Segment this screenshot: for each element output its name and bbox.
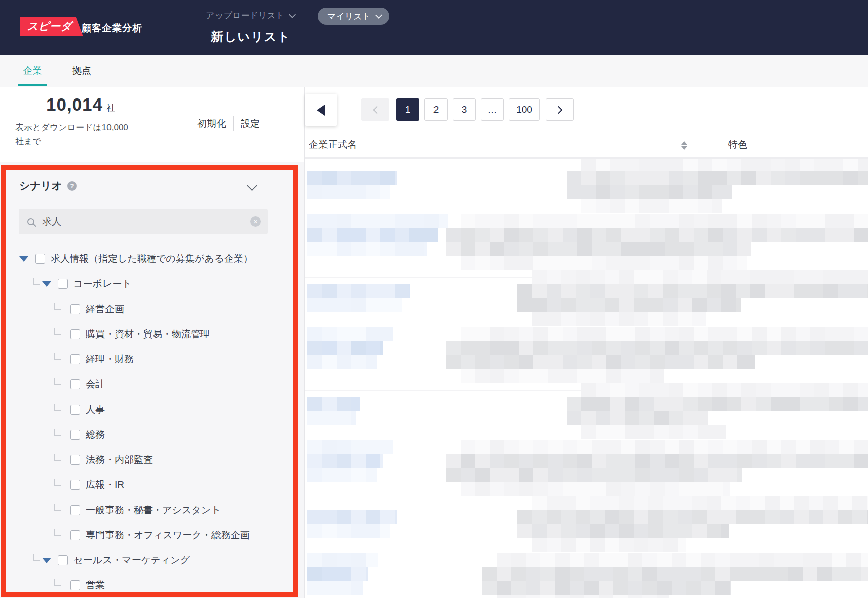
- redacted-pixel-block: [715, 567, 730, 581]
- redacted-pixel-block: [628, 553, 642, 567]
- redacted-pixel-block: [814, 171, 829, 185]
- tree-item-label[interactable]: 経理・財務: [86, 353, 134, 366]
- redacted-pixel-block: [619, 284, 634, 298]
- tree-item-label[interactable]: 広報・IR: [86, 478, 124, 491]
- tree-item-label[interactable]: 購買・資材・貿易・物流管理: [86, 328, 210, 341]
- reset-button[interactable]: 初期化: [193, 116, 231, 132]
- redacted-pixel-block: [665, 468, 679, 482]
- redacted-pixel-block: [337, 327, 351, 341]
- tree-item-label[interactable]: 営業: [86, 579, 105, 592]
- redacted-pixel-block: [366, 524, 380, 538]
- tree-item-label[interactable]: 専門事務・オフィスワーク・総務企画: [86, 529, 250, 542]
- redacted-pixel-block: [635, 327, 650, 341]
- checkbox[interactable]: [70, 505, 80, 515]
- redacted-pixel-block: [307, 298, 322, 312]
- tab-locations[interactable]: 拠点: [70, 55, 93, 87]
- tree-item-label[interactable]: 求人情報（指定した職種での募集がある企業）: [51, 252, 253, 265]
- redacted-pixel-block: [727, 171, 741, 185]
- checkbox[interactable]: [70, 379, 80, 389]
- redacted-pixel-block: [395, 242, 409, 256]
- redacted-pixel-block: [547, 496, 561, 510]
- tree-item-label[interactable]: 一般事務・秘書・アシスタント: [86, 504, 221, 517]
- redacted-pixel-block: [741, 171, 756, 185]
- tree-item-label[interactable]: 経営企画: [86, 303, 124, 316]
- logo-text: スピーダ: [27, 19, 72, 33]
- redacted-pixel-block: [846, 567, 861, 581]
- speeda-logo[interactable]: スピーダ: [20, 17, 83, 36]
- expand-collapse-icon[interactable]: [42, 281, 51, 287]
- redacted-pixel-block: [701, 553, 715, 567]
- expand-collapse-icon[interactable]: [19, 256, 28, 262]
- redacted-pixel-block: [708, 440, 723, 454]
- tree-item-label[interactable]: セールス・マーケティング: [73, 554, 190, 567]
- pagination-page-2[interactable]: 2: [424, 98, 448, 121]
- checkbox[interactable]: [70, 580, 80, 590]
- column-header-company-name[interactable]: 企業正式名: [309, 138, 357, 151]
- tree-item-label[interactable]: コーポレート: [73, 277, 132, 290]
- redacted-pixel-block: [650, 242, 665, 256]
- checkbox[interactable]: [70, 530, 80, 540]
- pagination-next-button[interactable]: [546, 98, 574, 121]
- redacted-pixel-block: [634, 312, 648, 326]
- checkbox[interactable]: [70, 329, 80, 339]
- redacted-pixel-block: [424, 242, 427, 256]
- checkbox[interactable]: [35, 254, 45, 264]
- pagination-page-100[interactable]: 100: [509, 98, 540, 121]
- tree-item-label[interactable]: 会計: [86, 378, 105, 391]
- redacted-pixel-block: [838, 496, 852, 510]
- pagination-ellipsis-button[interactable]: …: [481, 98, 504, 121]
- checkbox[interactable]: [70, 304, 80, 314]
- redacted-pixel-block: [737, 214, 752, 228]
- redacted-pixel-block: [771, 171, 785, 185]
- checkbox[interactable]: [70, 354, 80, 364]
- redacted-pixel-block: [780, 270, 794, 284]
- tree-item-label[interactable]: 人事: [86, 403, 105, 416]
- help-icon[interactable]: ?: [67, 181, 77, 191]
- checkbox[interactable]: [70, 455, 80, 465]
- checkbox[interactable]: [70, 430, 80, 440]
- pagination-page-3[interactable]: 3: [453, 98, 476, 121]
- sort-icon[interactable]: [681, 141, 687, 150]
- triangle-left-icon: [317, 105, 325, 116]
- redacted-pixel-block: [461, 468, 475, 482]
- redacted-pixel-block: [504, 214, 519, 228]
- settings-button[interactable]: 設定: [236, 116, 264, 132]
- redacted-pixel-block: [576, 284, 590, 298]
- redacted-pixel-block: [307, 214, 322, 228]
- mylist-dropdown[interactable]: マイリスト: [318, 8, 389, 25]
- redacted-pixel-block: [548, 341, 563, 355]
- expand-collapse-icon[interactable]: [42, 558, 51, 563]
- redacted-pixel-block: [351, 355, 366, 369]
- redacted-pixel-block: [683, 425, 698, 439]
- redacted-pixel-block: [322, 171, 337, 185]
- redacted-pixel-block: [715, 581, 730, 595]
- redacted-pixel-block: [561, 298, 576, 312]
- clear-search-icon[interactable]: ×: [250, 216, 261, 227]
- checkbox[interactable]: [70, 405, 80, 415]
- tab-companies[interactable]: 企業: [18, 55, 47, 87]
- checkbox[interactable]: [58, 279, 68, 289]
- redacted-pixel-block: [351, 298, 366, 312]
- redacted-pixel-block: [665, 482, 679, 496]
- checkbox[interactable]: [58, 555, 68, 565]
- redacted-pixel-block: [322, 553, 337, 567]
- upload-list-dropdown[interactable]: アップロードリスト: [206, 10, 294, 21]
- redacted-pixel-block: [504, 242, 519, 256]
- sidebar-collapse-button[interactable]: [305, 94, 337, 126]
- redacted-pixel-block: [737, 256, 747, 270]
- tree-item-label[interactable]: 法務・内部監査: [86, 453, 153, 466]
- redacted-pixel-block: [532, 538, 547, 552]
- redacted-pixel-block: [765, 284, 780, 298]
- tree-item: 経営企画: [0, 296, 298, 322]
- redacted-pixel-block: [723, 468, 737, 482]
- redacted-pixel-block: [337, 397, 351, 411]
- checkbox[interactable]: [70, 480, 80, 490]
- tree-item-label[interactable]: 総務: [86, 428, 105, 441]
- pagination-page-1[interactable]: 1: [396, 98, 419, 121]
- sidebar-actions: 初期化 設定: [193, 116, 264, 132]
- redacted-pixel-block: [490, 369, 504, 383]
- scenario-search-input[interactable]: [42, 216, 250, 227]
- redacted-pixel-block: [577, 369, 592, 383]
- redacted-pixel-block: [621, 369, 635, 383]
- redacted-pixel-block: [475, 369, 490, 383]
